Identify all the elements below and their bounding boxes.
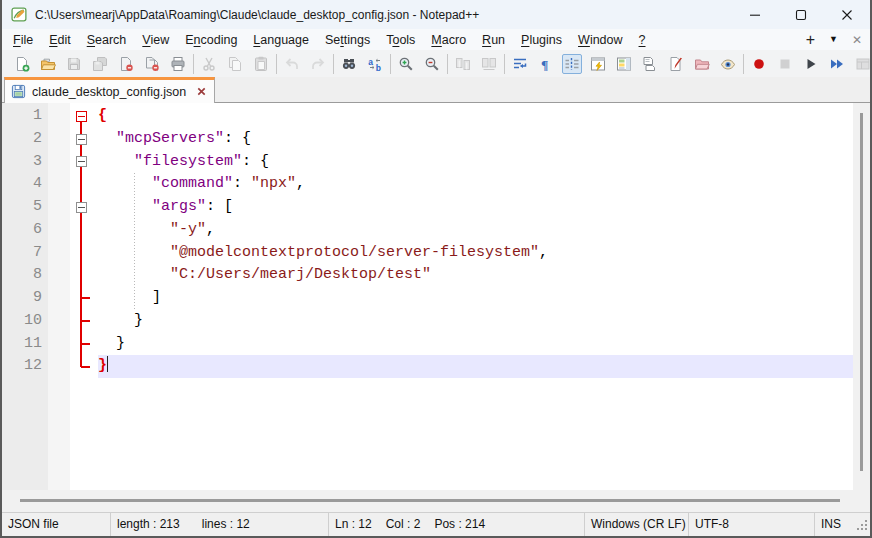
menu-help[interactable]: ? xyxy=(631,33,654,47)
copy-icon[interactable] xyxy=(225,54,245,74)
play-macro-icon[interactable] xyxy=(801,54,821,74)
horizontal-scrollbar-thumb[interactable] xyxy=(20,499,840,502)
resize-grip[interactable] xyxy=(856,519,868,534)
code-line[interactable]: { xyxy=(98,105,853,128)
code-line[interactable]: "args": [ xyxy=(98,196,853,219)
zoom-out-icon[interactable] xyxy=(422,54,442,74)
open-file-icon[interactable] xyxy=(38,54,58,74)
tab-claude-desktop-config[interactable]: claude_desktop_config.json xyxy=(4,77,215,103)
replace-icon[interactable]: ab xyxy=(365,54,385,74)
fold-toggle-icon[interactable] xyxy=(76,111,87,122)
notepadpp-window: C:\Users\mearj\AppData\Roaming\Claude\cl… xyxy=(0,0,872,538)
notepadpp-app-icon xyxy=(11,6,28,23)
sync-horizontal-icon[interactable] xyxy=(479,54,499,74)
show-all-characters-icon[interactable]: ¶ xyxy=(536,54,556,74)
code-line[interactable]: "@modelcontextprotocol/server-filesystem… xyxy=(98,242,853,265)
code-line[interactable]: "filesystem": { xyxy=(98,151,853,174)
document-map-icon[interactable] xyxy=(614,54,634,74)
code-token: : xyxy=(242,153,260,170)
editor: 123456789101112 { "mcpServers": { "files… xyxy=(2,103,870,490)
code-line[interactable]: } xyxy=(98,333,853,356)
code-line[interactable]: } xyxy=(98,310,853,333)
menu-window[interactable]: Window xyxy=(570,33,630,47)
find-icon[interactable] xyxy=(339,54,359,74)
code-area[interactable]: { "mcpServers": { "filesystem": { "comma… xyxy=(94,103,853,490)
code-line[interactable]: ] xyxy=(98,287,853,310)
fold-toggle-icon[interactable] xyxy=(76,156,87,167)
menu-plugins[interactable]: Plugins xyxy=(513,33,570,47)
tab-label: claude_desktop_config.json xyxy=(32,85,186,99)
status-column: Col : 2 xyxy=(386,517,421,531)
status-pos: Pos : 214 xyxy=(434,517,485,531)
menu-search[interactable]: Search xyxy=(79,33,135,47)
code-line[interactable]: "-y", xyxy=(98,219,853,242)
menu-encoding[interactable]: Encoding xyxy=(177,33,245,47)
fold-margin[interactable] xyxy=(70,103,94,490)
save-all-icon[interactable] xyxy=(90,54,110,74)
folder-as-workspace-icon[interactable] xyxy=(692,54,712,74)
menu-view[interactable]: View xyxy=(134,33,177,47)
redo-icon[interactable] xyxy=(308,54,328,74)
vertical-scrollbar[interactable] xyxy=(853,103,870,490)
menu-macro[interactable]: Macro xyxy=(423,33,474,47)
code-token: } xyxy=(116,335,125,352)
fold-toggle-icon[interactable] xyxy=(76,202,87,213)
toolbar-group xyxy=(743,54,872,74)
vertical-scrollbar-thumb[interactable] xyxy=(860,113,863,471)
bookmark-margin[interactable] xyxy=(48,103,70,490)
fold-toggle-icon[interactable] xyxy=(76,134,87,145)
zoom-in-icon[interactable] xyxy=(396,54,416,74)
menu-file[interactable]: File xyxy=(5,33,41,47)
close-icon[interactable] xyxy=(116,54,136,74)
code-token: : xyxy=(224,130,242,147)
new-tab-button[interactable]: + xyxy=(806,32,815,48)
menu-language[interactable]: Language xyxy=(245,33,317,47)
line-number: 2 xyxy=(2,128,42,151)
horizontal-scrollbar[interactable] xyxy=(2,490,870,512)
code-line[interactable]: "command": "npx", xyxy=(98,173,853,196)
code-line[interactable]: "mcpServers": { xyxy=(98,128,853,151)
code-token: "filesystem" xyxy=(134,153,242,170)
menu-tools[interactable]: Tools xyxy=(378,33,423,47)
close-button[interactable] xyxy=(824,0,870,29)
undo-icon[interactable] xyxy=(282,54,302,74)
toolbar-group xyxy=(7,54,193,74)
maximize-button[interactable] xyxy=(778,0,824,29)
line-number: 11 xyxy=(2,333,42,356)
tab-bar: claude_desktop_config.json xyxy=(2,77,870,103)
run-macro-multiple-icon[interactable] xyxy=(827,54,847,74)
fold-guide-tick xyxy=(81,320,90,322)
sync-vertical-icon[interactable] xyxy=(453,54,473,74)
new-file-icon[interactable] xyxy=(12,54,32,74)
minimize-button[interactable] xyxy=(732,0,778,29)
menu-settings[interactable]: Settings xyxy=(317,33,378,47)
code-token: "args" xyxy=(152,198,206,215)
code-token: ] xyxy=(152,289,161,306)
save-macro-icon[interactable] xyxy=(853,54,872,74)
record-macro-icon[interactable] xyxy=(749,54,769,74)
word-wrap-icon[interactable] xyxy=(510,54,530,74)
close-all-icon[interactable] xyxy=(142,54,162,74)
function-list-icon[interactable] xyxy=(588,54,608,74)
indent-guide-icon[interactable] xyxy=(562,54,582,74)
tab-close-icon[interactable] xyxy=(196,86,207,97)
menu-run[interactable]: Run xyxy=(474,33,513,47)
tabbar-controls: + ▼ ✕ xyxy=(806,32,870,48)
svg-text:b: b xyxy=(376,62,381,72)
tab-list-icon[interactable]: ▼ xyxy=(829,35,838,44)
stop-macro-icon[interactable] xyxy=(775,54,795,74)
code-line[interactable]: "C:/Users/mearj/Desktop/test" xyxy=(98,264,853,287)
monitoring-icon[interactable] xyxy=(718,54,738,74)
status-eol-format[interactable]: Windows (CR LF) xyxy=(584,513,688,536)
document-list-icon[interactable] xyxy=(640,54,660,74)
status-encoding[interactable]: UTF-8 xyxy=(688,513,814,536)
menu-edit[interactable]: Edit xyxy=(41,33,79,47)
code-line[interactable]: } xyxy=(98,355,853,378)
paste-icon[interactable] xyxy=(251,54,271,74)
line-number: 12 xyxy=(2,355,42,378)
file-browser-icon[interactable] xyxy=(666,54,686,74)
close-tab-icon[interactable]: ✕ xyxy=(852,34,862,46)
print-icon[interactable] xyxy=(168,54,188,74)
cut-icon[interactable] xyxy=(199,54,219,74)
save-icon[interactable] xyxy=(64,54,84,74)
